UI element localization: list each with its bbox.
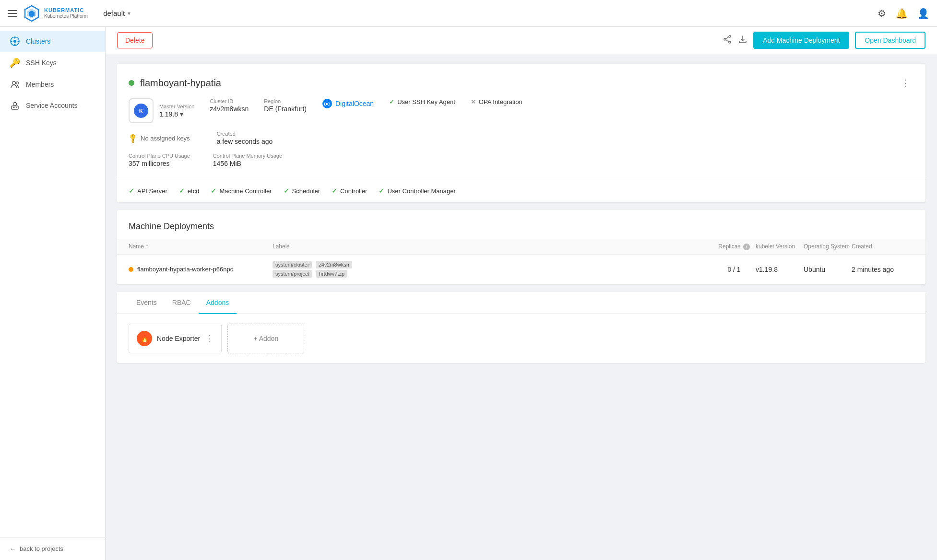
col-header-os: Operating System <box>804 243 852 250</box>
deployment-kubelet: v1.19.8 <box>756 266 804 273</box>
col-header-replicas: Replicas i <box>712 243 756 250</box>
back-to-projects[interactable]: ← back to projects <box>0 537 105 560</box>
ssh-agent-check-icon: ✓ <box>389 98 394 105</box>
cluster-id-group: Cluster ID z4v2m8wksn <box>210 98 249 113</box>
cluster-info-row: K Master Version 1.19.8 ▾ Cluster ID z <box>117 91 925 131</box>
user-controller-label: User Controller Manager <box>387 187 455 195</box>
machine-deployments-card: Machine Deployments Name ↑ Labels Replic… <box>117 210 925 284</box>
sidebar-item-clusters[interactable]: Clusters <box>0 31 105 52</box>
svg-point-9 <box>12 82 16 85</box>
sidebar-item-members[interactable]: Members <box>0 74 105 95</box>
kubermatic-logo-icon <box>23 5 40 22</box>
deployment-row[interactable]: flamboyant-hypatia-worker-p66npd system/… <box>117 255 925 284</box>
component-machine-controller: ✓ Machine Controller <box>211 187 272 195</box>
chevron-down-icon: ▾ <box>128 10 130 17</box>
addons-section: 🔥 Node Exporter ⋮ + Addon <box>117 314 925 363</box>
svg-point-10 <box>16 82 19 84</box>
master-version-value: 1.19.8 <box>159 110 178 118</box>
addon-cards-container: 🔥 Node Exporter ⋮ + Addon <box>129 324 914 353</box>
machine-controller-check-icon: ✓ <box>211 187 216 195</box>
col-header-kubelet: kubelet Version <box>756 243 804 250</box>
opa-x-icon: ✕ <box>471 98 476 105</box>
cluster-status-dot <box>129 80 134 86</box>
key-icon: 🔑 <box>127 132 138 143</box>
replicas-info-icon[interactable]: i <box>743 244 750 250</box>
add-addon-button[interactable]: + Addon <box>227 324 304 353</box>
ssh-agent-badge: ✓ User SSH Key Agent <box>389 98 455 105</box>
scheduler-check-icon: ✓ <box>284 187 289 195</box>
created-value: a few seconds ago <box>217 138 273 145</box>
tabs-card: Events RBAC Addons 🔥 Node Exporter ⋮ + A… <box>117 292 925 363</box>
component-scheduler: ✓ Scheduler <box>284 187 320 195</box>
cluster-k8s-logo: K <box>129 98 154 123</box>
delete-button[interactable]: Delete <box>117 32 153 48</box>
controller-check-icon: ✓ <box>332 187 337 195</box>
region-label: Region <box>264 98 307 104</box>
sidebar-item-service-accounts[interactable]: Service Accounts <box>0 95 105 116</box>
sidebar-item-ssh-keys[interactable]: 🔑 SSH Keys <box>0 52 105 74</box>
share-icon[interactable] <box>723 35 732 47</box>
svg-line-20 <box>726 40 729 42</box>
brand-subtitle: Kubernetes Platform <box>44 13 88 19</box>
addon-more-button[interactable]: ⋮ <box>205 333 213 344</box>
digitalocean-logo-icon: DO <box>322 98 332 109</box>
label-tag-project-val: hrtdwv7tzp <box>316 270 347 278</box>
user-icon[interactable]: 👤 <box>917 8 929 19</box>
cpu-value: 357 millicores <box>129 160 190 167</box>
notifications-icon[interactable]: 🔔 <box>896 8 908 19</box>
user-controller-check-icon: ✓ <box>379 187 384 195</box>
addon-node-exporter: 🔥 Node Exporter ⋮ <box>129 324 222 353</box>
cluster-header: flamboyant-hypatia ⋮ <box>117 64 925 91</box>
created-label: Created <box>217 131 273 137</box>
download-icon[interactable] <box>738 35 747 47</box>
component-controller: ✓ Controller <box>332 187 367 195</box>
back-arrow-icon: ← <box>10 545 16 552</box>
opa-label: OPA Integration <box>479 98 522 105</box>
deployment-labels-cell: system/cluster z4v2m8wksn system/project… <box>273 260 712 279</box>
sidebar-nav: Clusters 🔑 SSH Keys Members <box>0 27 105 537</box>
svg-point-12 <box>13 103 17 106</box>
content-area: flamboyant-hypatia ⋮ K Master Version 1.… <box>106 54 937 380</box>
cluster-name: flamboyant-hypatia <box>140 78 897 89</box>
machine-controller-label: Machine Controller <box>219 187 272 195</box>
svg-point-6 <box>14 44 16 46</box>
svg-point-17 <box>724 38 726 40</box>
sidebar-ssh-label: SSH Keys <box>26 59 57 67</box>
cluster-more-button[interactable]: ⋮ <box>897 75 914 91</box>
node-exporter-icon: 🔥 <box>137 331 152 346</box>
svg-point-7 <box>11 41 12 42</box>
version-dropdown-icon[interactable]: ▾ <box>180 110 183 118</box>
no-keys-label: No assigned keys <box>141 135 190 142</box>
provider-name: DigitalOcean <box>335 100 374 107</box>
api-server-check-icon: ✓ <box>129 187 134 195</box>
svg-point-5 <box>14 37 16 39</box>
back-label: back to projects <box>20 545 63 552</box>
svg-point-8 <box>18 41 19 42</box>
tab-addons[interactable]: Addons <box>199 292 237 314</box>
open-dashboard-button[interactable]: Open Dashboard <box>855 32 925 49</box>
tab-events[interactable]: Events <box>129 292 165 314</box>
project-name: default <box>103 9 125 17</box>
svg-point-4 <box>13 40 16 43</box>
deployment-replicas: 0 / 1 <box>712 266 756 273</box>
settings-icon[interactable]: ⚙ <box>878 8 886 19</box>
label-tag-cluster-val: z4v2m8wksn <box>316 261 352 268</box>
sidebar-clusters-label: Clusters <box>26 37 50 45</box>
add-machine-deployment-button[interactable]: Add Machine Deployment <box>753 32 849 49</box>
controller-label: Controller <box>340 187 367 195</box>
deployment-name: flamboyant-hypatia-worker-p66npd <box>137 266 234 273</box>
deployments-table-header: Name ↑ Labels Replicas i kubelet Version… <box>117 239 925 255</box>
tab-rbac[interactable]: RBAC <box>165 292 199 314</box>
region-value: DE (Frankfurt) <box>264 105 307 113</box>
brand-name: KUBERMATIC <box>44 7 88 13</box>
svg-point-18 <box>729 41 731 43</box>
deployment-name-cell: flamboyant-hypatia-worker-p66npd <box>129 266 273 273</box>
hamburger-menu[interactable] <box>8 10 17 17</box>
label-tag-project-key: system/project <box>273 270 312 278</box>
cluster-id-label: Cluster ID <box>210 98 249 104</box>
clusters-icon <box>10 36 20 46</box>
svg-text:K: K <box>139 108 143 115</box>
master-version-label: Master Version <box>159 104 194 109</box>
ssh-agent-label: User SSH Key Agent <box>397 98 455 105</box>
project-selector[interactable]: default ▾ <box>103 9 130 17</box>
